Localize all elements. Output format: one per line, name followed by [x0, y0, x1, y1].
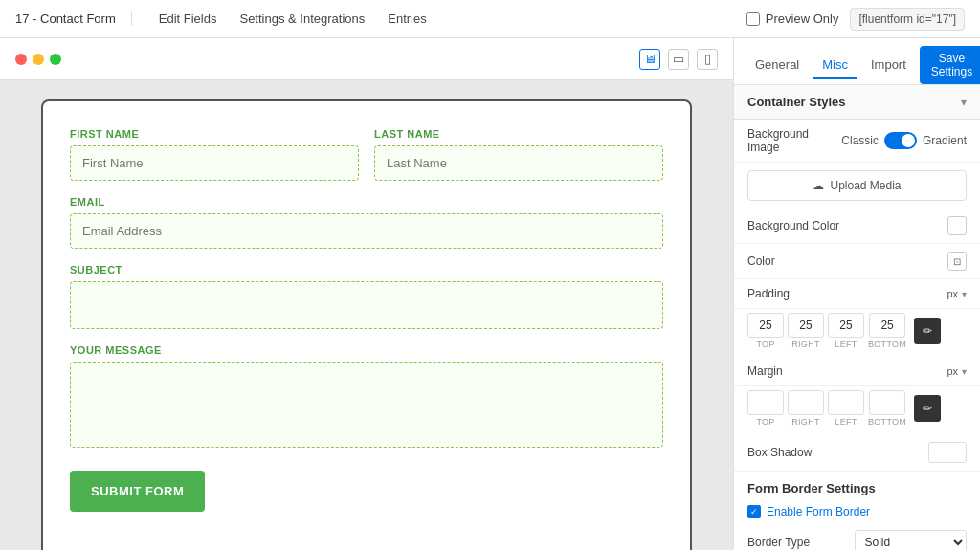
- first-name-input[interactable]: [70, 145, 359, 181]
- margin-right-box: RIGHT: [788, 390, 824, 427]
- email-field: EMAIL: [70, 196, 663, 249]
- nav-entries[interactable]: Entries: [376, 0, 437, 38]
- window-close[interactable]: [15, 54, 27, 65]
- container-styles-header[interactable]: Container Styles ▾: [734, 85, 980, 120]
- border-type-label: Border Type: [747, 536, 847, 549]
- box-shadow-label: Box Shadow: [747, 446, 921, 459]
- margin-inputs: TOP RIGHT LEFT BOTTOM ✏: [734, 386, 980, 434]
- background-color-label: Background Color: [747, 219, 947, 232]
- last-name-input[interactable]: [374, 145, 663, 181]
- margin-bottom-box: BOTTOM: [868, 390, 906, 427]
- shortcode-badge: [fluentform id="17"]: [850, 8, 965, 31]
- last-name-field: LAST NAME: [374, 128, 663, 181]
- box-shadow-input[interactable]: [928, 442, 967, 463]
- background-color-swatch[interactable]: [947, 216, 967, 235]
- padding-bottom-box: BOTTOM: [868, 313, 906, 349]
- device-icons: 🖥 ▭ ▯: [639, 49, 718, 70]
- first-name-field: FIRST NAME: [70, 128, 359, 181]
- subject-field: SUBJECT: [70, 264, 663, 329]
- margin-bottom-input[interactable]: [869, 390, 905, 415]
- name-row: FIRST NAME LAST NAME: [70, 128, 663, 181]
- padding-label-row: Padding px ▾: [734, 279, 980, 309]
- message-field: YOUR MESSAGE: [70, 344, 663, 448]
- bg-classic-label: Classic: [841, 134, 879, 147]
- top-nav: 17 - Contact Form Edit Fields Settings &…: [0, 0, 980, 38]
- submit-button[interactable]: SUBMIT FORM: [70, 471, 205, 512]
- padding-unit-label: px: [947, 288, 958, 299]
- padding-left-box: LEFT: [828, 313, 864, 349]
- canvas-area: 🖥 ▭ ▯ FIRST NAME LAST NAME: [0, 38, 733, 550]
- shortcode-text: [fluentform id="17"]: [858, 12, 956, 26]
- margin-right-input[interactable]: [788, 390, 824, 415]
- padding-right-box: RIGHT: [788, 313, 824, 349]
- margin-left-input[interactable]: [828, 390, 864, 415]
- margin-edit-btn[interactable]: ✏: [914, 395, 941, 422]
- box-shadow-row: Box Shadow: [734, 434, 980, 472]
- tab-general[interactable]: General: [746, 52, 809, 79]
- margin-right-label: RIGHT: [791, 417, 820, 427]
- window-maximize[interactable]: [50, 54, 61, 65]
- subject-input[interactable]: [70, 281, 663, 329]
- email-input[interactable]: [70, 213, 663, 249]
- save-settings-button[interactable]: Save Settings: [920, 46, 980, 84]
- window-controls: [15, 54, 61, 65]
- padding-left-input[interactable]: [828, 313, 864, 338]
- tablet-icon[interactable]: ▭: [668, 49, 689, 70]
- upload-media-label: Upload Media: [830, 179, 901, 192]
- color-picker-icon[interactable]: ⊡: [947, 252, 967, 271]
- margin-label: Margin: [747, 364, 947, 378]
- form-card: FIRST NAME LAST NAME EMAIL: [41, 99, 692, 550]
- margin-unit-chevron: ▾: [962, 366, 967, 377]
- canvas-scroll: FIRST NAME LAST NAME EMAIL: [0, 80, 733, 550]
- padding-top-input[interactable]: [747, 313, 784, 338]
- enable-border-checkbox[interactable]: ✓: [747, 505, 761, 518]
- padding-right-label: RIGHT: [791, 340, 820, 349]
- margin-top-label: TOP: [756, 417, 774, 427]
- border-type-select[interactable]: Solid: [855, 530, 968, 550]
- preview-only-checkbox[interactable]: [746, 12, 760, 26]
- bg-gradient-label: Gradient: [923, 134, 967, 147]
- window-minimize[interactable]: [33, 54, 44, 65]
- panel-body: Container Styles ▾ Background Image Clas…: [734, 85, 980, 550]
- bg-toggle-container: Classic Gradient: [841, 132, 967, 149]
- background-image-row: Background Image Classic Gradient: [734, 120, 980, 163]
- tab-import[interactable]: Import: [861, 52, 916, 79]
- padding-right-input[interactable]: [788, 313, 824, 338]
- tab-misc[interactable]: Misc: [813, 52, 858, 79]
- preview-only-label[interactable]: Preview Only: [746, 11, 839, 26]
- padding-boxes: TOP RIGHT LEFT BOTTOM ✏: [747, 313, 967, 349]
- right-panel: General Misc Import Save Settings Contai…: [733, 38, 980, 550]
- form-border-title: Form Border Settings: [747, 481, 967, 495]
- margin-top-input[interactable]: [747, 390, 784, 415]
- main-layout: 🖥 ▭ ▯ FIRST NAME LAST NAME: [0, 38, 980, 550]
- toggle-knob: [902, 134, 915, 147]
- container-styles-label: Container Styles: [747, 95, 846, 109]
- enable-border-label: Enable Form Border: [767, 505, 870, 518]
- message-input[interactable]: [70, 362, 663, 448]
- margin-top-box: TOP: [747, 390, 784, 427]
- checkmark-icon: ✓: [750, 507, 758, 517]
- padding-edit-btn[interactable]: ✏: [914, 318, 941, 344]
- margin-bottom-label: BOTTOM: [868, 417, 906, 427]
- padding-bottom-input[interactable]: [869, 313, 905, 338]
- message-row: YOUR MESSAGE: [70, 344, 663, 448]
- desktop-icon[interactable]: 🖥: [639, 49, 660, 70]
- form-border-header: Form Border Settings: [734, 472, 980, 501]
- padding-bottom-label: BOTTOM: [868, 340, 906, 349]
- upload-media-button[interactable]: ☁ Upload Media: [747, 170, 967, 201]
- panel-tabs: General Misc Import Save Settings: [734, 38, 980, 85]
- color-label: Color: [747, 254, 947, 268]
- subject-row: SUBJECT: [70, 264, 663, 329]
- container-styles-chevron: ▾: [961, 96, 967, 109]
- padding-top-box: TOP: [747, 313, 784, 349]
- enable-border-row: ✓ Enable Form Border: [734, 501, 980, 524]
- message-label: YOUR MESSAGE: [70, 344, 663, 356]
- canvas-toolbar: 🖥 ▭ ▯: [0, 38, 733, 80]
- margin-left-box: LEFT: [828, 390, 864, 427]
- nav-edit-fields[interactable]: Edit Fields: [147, 0, 229, 38]
- mobile-icon[interactable]: ▯: [697, 49, 718, 70]
- first-name-label: FIRST NAME: [70, 128, 359, 140]
- subject-label: SUBJECT: [70, 264, 663, 275]
- nav-settings[interactable]: Settings & Integrations: [228, 0, 376, 38]
- bg-toggle[interactable]: [884, 132, 917, 149]
